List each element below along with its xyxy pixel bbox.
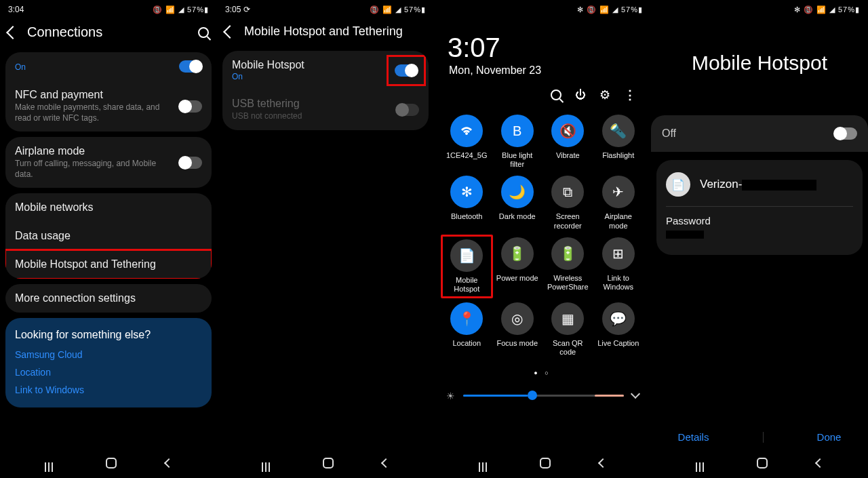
- nav-recents-icon[interactable]: [262, 462, 274, 464]
- qs-tile-label: Bluetooth: [443, 212, 490, 221]
- qs-tile-focus-mode[interactable]: ◎Focus mode: [494, 302, 541, 357]
- qs-tile-icon: 📄: [450, 239, 483, 272]
- search-icon[interactable]: [551, 89, 561, 100]
- qs-tile-label: Flashlight: [595, 151, 642, 160]
- settings-icon[interactable]: [599, 87, 610, 102]
- qs-tile-screen-recorder[interactable]: ⧉Screen recorder: [545, 176, 591, 230]
- pager-dots[interactable]: ● ○: [434, 360, 651, 386]
- nav-home-icon[interactable]: [757, 458, 768, 469]
- status-icons: 📵 📶 ◢ 57%▮: [153, 5, 209, 14]
- mobile-networks-row[interactable]: Mobile networks: [5, 193, 212, 222]
- card-group-1: On NFC and payment Make mobile payments,…: [5, 52, 212, 132]
- hotspot-sub: On: [232, 72, 381, 81]
- qs-tile-1ce424-5g[interactable]: 1CE424_5G: [443, 115, 490, 169]
- status-bar: ✻ 📵 📶 ◢ 57%▮: [651, 0, 868, 19]
- hotspot-toggle[interactable]: [395, 64, 418, 77]
- network-row[interactable]: 📄 Verizon-: [666, 172, 853, 197]
- power-icon[interactable]: ⏻: [575, 89, 586, 101]
- back-icon[interactable]: [223, 25, 237, 39]
- on-label: On: [15, 62, 172, 72]
- hotspot-tethering-screen: 3:05 ⟳ 📵 📶 ◢ 57%▮ Mobile Hotspot and Tet…: [217, 0, 434, 478]
- hotspot-tethering-row[interactable]: Mobile Hotspot and Tethering: [5, 250, 212, 279]
- nav-bar: [0, 448, 217, 478]
- back-icon[interactable]: [6, 26, 20, 39]
- bluetooth-toggle[interactable]: [179, 60, 202, 73]
- nav-back-icon[interactable]: [815, 458, 825, 468]
- qs-tile-icon: ⧉: [551, 176, 584, 208]
- nav-back-icon[interactable]: [598, 458, 608, 468]
- qs-tile-scan-qr-code[interactable]: ▦Scan QR code: [545, 302, 591, 357]
- airplane-sub: Turn off calling, messaging, and Mobile …: [15, 159, 172, 180]
- nav-recents-icon[interactable]: [479, 462, 491, 464]
- airplane-row[interactable]: Airplane mode Turn off calling, messagin…: [5, 137, 212, 188]
- qs-tile-label: Vibrate: [545, 151, 591, 160]
- header: Connections: [0, 19, 217, 49]
- brightness-slider[interactable]: [463, 395, 624, 397]
- chevron-down-icon[interactable]: [631, 389, 640, 399]
- qs-tile-label: Airplane mode: [595, 212, 642, 230]
- qs-tile-bluetooth[interactable]: ✻Bluetooth: [443, 176, 490, 230]
- status-bar: ✻ 📵 📶 ◢ 57%▮: [434, 0, 651, 19]
- search-icon[interactable]: [198, 27, 209, 38]
- nav-home-icon[interactable]: [106, 458, 117, 469]
- data-usage-row[interactable]: Data usage: [5, 222, 212, 250]
- quick-settings-grid: 1CE424_5GBBlue light filter🔇Vibrate🔦Flas…: [434, 112, 651, 360]
- nav-bar: [651, 448, 868, 478]
- hotspot-avatar-icon: 📄: [666, 172, 690, 197]
- nav-back-icon[interactable]: [381, 458, 391, 468]
- qs-tile-icon: ✻: [450, 176, 483, 208]
- qs-tile-icon: B: [501, 115, 534, 147]
- help-card: Looking for something else? Samsung Clou…: [5, 318, 212, 407]
- qs-tile-power-mode[interactable]: 🔋Power mode: [494, 237, 541, 296]
- qs-tile-label: 1CE424_5G: [443, 151, 490, 160]
- status-icons: 📵 📶 ◢ 57%▮: [370, 5, 426, 14]
- qs-tile-wireless-powershare[interactable]: 🔋Wireless PowerShare: [545, 237, 591, 296]
- nav-bar: [434, 448, 651, 478]
- usb-toggle: [396, 104, 419, 116]
- qs-tile-live-caption[interactable]: 💬Live Caption: [595, 302, 642, 357]
- link-windows[interactable]: Link to Windows: [15, 384, 202, 395]
- qs-tile-icon: 💬: [602, 302, 635, 335]
- nav-recents-icon[interactable]: [45, 462, 57, 464]
- qs-tile-mobile-hotspot[interactable]: 📄Mobile Hotspot: [441, 235, 493, 298]
- airplane-toggle[interactable]: [179, 157, 202, 169]
- qs-tile-icon: 🔦: [602, 115, 635, 147]
- status-bar: 3:05 ⟳ 📵 📶 ◢ 57%▮: [217, 0, 434, 19]
- state-label: Off: [662, 127, 834, 140]
- hotspot-master-toggle[interactable]: [834, 127, 857, 140]
- qs-tile-airplane-mode[interactable]: ✈Airplane mode: [595, 176, 642, 230]
- qs-tile-flashlight[interactable]: 🔦Flashlight: [595, 115, 642, 169]
- action-bar: Details Done: [651, 431, 868, 443]
- nav-home-icon[interactable]: [540, 458, 551, 469]
- link-samsung-cloud[interactable]: Samsung Cloud: [15, 349, 202, 360]
- qs-tile-blue-light-filter[interactable]: BBlue light filter: [494, 115, 541, 169]
- nav-recents-icon[interactable]: [696, 462, 708, 464]
- link-location[interactable]: Location: [15, 367, 202, 378]
- nav-bar: [217, 448, 434, 478]
- tethering-card: Mobile Hotspot On USB tethering USB not …: [222, 51, 429, 130]
- qs-tile-dark-mode[interactable]: 🌙Dark mode: [494, 176, 541, 230]
- quick-settings-panel: ✻ 📵 📶 ◢ 57%▮ 3:07 Mon, November 23 ⏻ 1CE…: [434, 0, 651, 478]
- status-icons: ✻ 📵 📶 ◢ 57%▮: [577, 5, 643, 14]
- more-settings-row[interactable]: More connection settings: [5, 284, 212, 313]
- redacted-ssid: [742, 180, 816, 191]
- done-button[interactable]: Done: [817, 431, 842, 443]
- nfc-row[interactable]: NFC and payment Make mobile payments, sh…: [5, 81, 212, 132]
- qs-tile-label: Focus mode: [494, 339, 541, 348]
- password-label: Password: [666, 215, 853, 226]
- mobile-hotspot-row[interactable]: Mobile Hotspot On: [222, 51, 429, 89]
- redacted-password: [666, 231, 704, 239]
- qs-tile-vibrate[interactable]: 🔇Vibrate: [545, 115, 591, 169]
- bluetooth-row-tail[interactable]: On: [5, 52, 212, 81]
- hotspot-state-row[interactable]: Off: [651, 115, 868, 152]
- qs-tile-location[interactable]: 📍Location: [443, 302, 490, 357]
- brightness-icon[interactable]: [446, 390, 455, 402]
- details-button[interactable]: Details: [678, 431, 709, 443]
- clock: 3:04: [8, 5, 24, 14]
- nav-back-icon[interactable]: [164, 458, 174, 468]
- nav-home-icon[interactable]: [323, 458, 334, 469]
- more-icon[interactable]: [624, 87, 636, 102]
- nfc-toggle[interactable]: [179, 100, 202, 113]
- qs-tile-link-to-windows[interactable]: ⊞Link to Windows: [595, 237, 642, 296]
- qs-tile-icon: ▦: [551, 302, 584, 335]
